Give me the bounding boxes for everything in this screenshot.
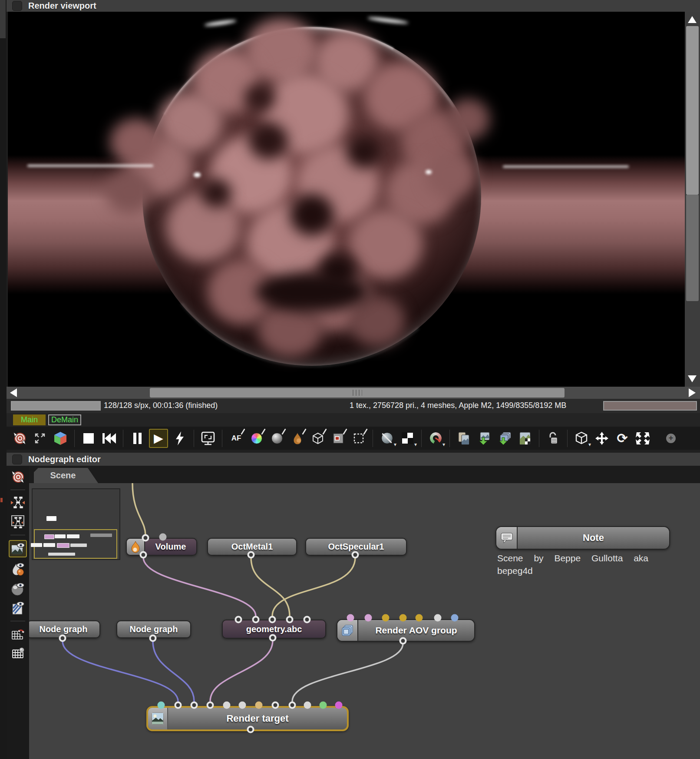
memory-progress-bar [603,401,697,411]
film-region-picker-button[interactable] [350,430,367,447]
volume-input-pin[interactable] [142,534,149,542]
rt-pin-4[interactable] [207,702,214,709]
copy-image-button[interactable] [455,430,472,447]
preview-mode-cube-icon[interactable] [52,430,69,447]
expand-nodes-frame-icon[interactable] [10,514,26,530]
aov-pin-7[interactable] [451,614,459,622]
lock-image-button[interactable] [545,430,562,447]
vscroll-thumb-dim[interactable] [686,195,699,301]
scroll-up-arrow[interactable] [688,16,697,23]
tab-demain[interactable]: DeMain [48,414,81,425]
aov-layers-icon [337,620,358,641]
geometry-input-pin-4[interactable] [286,616,294,623]
render-toolbar: ▶ AF ▾ ▾ [7,427,700,450]
specular-glint [426,170,432,174]
node-note[interactable]: Note [495,526,670,550]
render-viewport-collapse-checkbox[interactable] [12,1,22,11]
rt-pin-5[interactable] [223,702,231,709]
scroll-left-arrow[interactable] [10,388,17,397]
rt-pin-2[interactable] [175,702,182,709]
note-speech-icon [496,527,518,549]
render-target-picker-icon[interactable] [11,430,28,447]
geometry-input-pin-5[interactable] [304,616,311,623]
aov-pin-2[interactable] [365,614,372,622]
preview-texture-icon[interactable] [10,600,26,616]
restart-render-button[interactable] [100,430,118,447]
rt-pin-12[interactable] [335,702,343,709]
camera-mode-cube-button[interactable]: ▾ [573,430,590,447]
expand-nodes-icon[interactable] [10,495,26,510]
aov-pin-4[interactable] [400,614,407,622]
pan-tool-button[interactable] [593,430,611,447]
viewport-hscrollbar[interactable] [7,387,700,399]
render-image[interactable] [8,12,685,387]
nodegraph-collapse-checkbox[interactable] [12,454,22,464]
nodegraph-canvas[interactable]: Volume OctMetal1 OctSpecular1 Note Scene… [29,483,700,759]
aov-pin-6[interactable] [434,614,442,622]
geometry-input-pin-1[interactable] [235,616,242,623]
octmetal1-output-pin[interactable] [248,551,255,559]
orbit-tool-button[interactable]: ⟳ [614,430,631,447]
background-checker-button[interactable]: ▾ [399,430,416,447]
pause-render-button[interactable] [129,430,146,447]
preview-material-icon[interactable] [10,561,26,577]
render-priority-lightning-icon[interactable] [171,430,188,447]
rt-pin-1[interactable] [158,702,165,709]
play-render-button[interactable]: ▶ [149,429,168,448]
render-passes-button[interactable] [516,430,534,447]
octspecular1-output-pin[interactable] [352,551,359,559]
volume-unconnected-pin[interactable] [159,534,167,541]
nodegraph1-output-pin[interactable] [59,635,66,642]
aov-pin-5[interactable] [416,614,423,622]
material-picker-button[interactable] [289,430,306,447]
geometry-input-pin-3[interactable] [269,616,276,623]
nodegraph-minimap[interactable] [32,488,120,560]
aov-pin-3[interactable] [382,614,390,622]
viewport-vscrollbar[interactable] [685,12,700,387]
volume-output-pin[interactable] [140,551,147,559]
show-grid-icon[interactable] [10,646,26,661]
preview-renderball-icon[interactable] [10,581,26,597]
aov-pin-1[interactable] [347,614,354,622]
rt-pin-8[interactable] [272,702,279,709]
lock-resolution-icon[interactable] [199,430,217,447]
aov-output-pin[interactable] [400,637,407,645]
rt-pin-10[interactable] [304,702,311,709]
scene-stats-text: 1 tex., 2756728 pri., 4 meshes, Apple M2… [350,401,566,410]
scroll-down-arrow[interactable] [688,375,697,382]
rt-pin-3[interactable] [191,702,198,709]
geometry-output-pin[interactable] [269,634,277,642]
preview-image-icon[interactable] [9,540,27,557]
rt-pin-11[interactable] [320,702,327,709]
focus-picker-button[interactable] [268,430,286,447]
autofocus-picker-button[interactable]: AF [228,430,245,447]
geometry-input-pin-2[interactable] [252,616,260,623]
vscroll-thumb[interactable] [686,26,699,195]
resize-viewport-icon[interactable] [31,430,49,447]
specular-glint [204,19,237,27]
save-all-layers-button[interactable] [496,430,513,447]
sampling-progress-bar [11,401,101,411]
render-gauge-button[interactable]: ▾ [427,430,444,447]
pick-zoom-tool-button[interactable]: ▾ [378,430,396,447]
scroll-right-arrow[interactable] [689,388,696,397]
render-region-picker-button[interactable] [330,430,347,447]
add-viewport-button[interactable]: + [662,430,680,447]
rt-pin-6[interactable] [239,702,246,709]
tab-scene[interactable]: Scene [34,468,98,483]
tab-main[interactable]: Main [13,414,46,425]
snap-grid-magnet-icon[interactable] [10,626,26,642]
save-image-button[interactable] [475,430,493,447]
render-target-image-icon [148,708,168,729]
rt-pin-9[interactable] [289,702,296,709]
zoom-fit-button[interactable] [634,430,651,447]
hscroll-thumb[interactable] [150,388,565,398]
minimap-view-rect[interactable] [34,529,117,559]
rt-output-pin[interactable] [247,726,254,733]
nodegraph2-output-pin[interactable] [149,635,157,642]
rt-pin-7[interactable] [255,702,263,709]
render-target-icon[interactable] [10,469,26,485]
object-picker-button[interactable] [309,430,327,447]
white-balance-picker-button[interactable] [248,430,265,447]
stop-render-button[interactable] [80,430,97,447]
